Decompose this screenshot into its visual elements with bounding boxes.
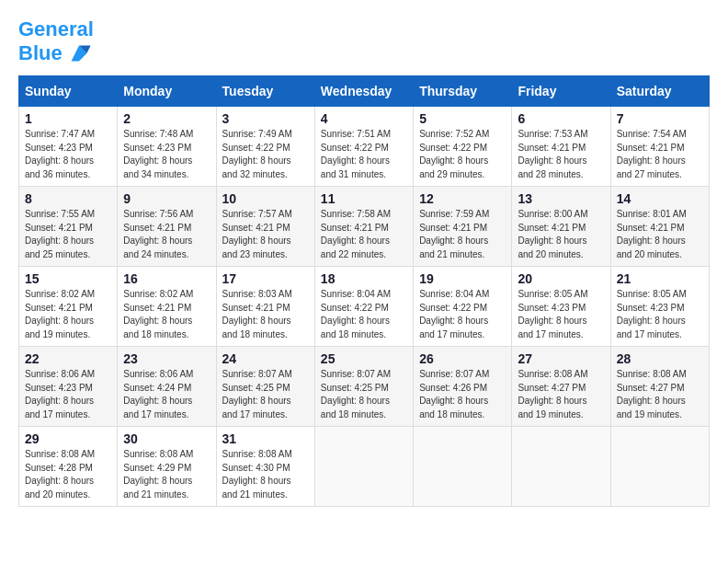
day-info: Sunrise: 7:58 AM Sunset: 4:21 PM Dayligh… [321, 208, 407, 261]
day-info: Sunrise: 8:00 AM Sunset: 4:21 PM Dayligh… [518, 208, 604, 261]
day-info: Sunrise: 8:08 AM Sunset: 4:27 PM Dayligh… [518, 368, 604, 421]
day-number: 10 [222, 191, 309, 206]
day-number: 21 [617, 271, 703, 286]
day-number: 15 [25, 271, 111, 286]
day-number: 24 [222, 351, 309, 366]
calendar-week-row: 8 Sunrise: 7:55 AM Sunset: 4:21 PM Dayli… [19, 187, 710, 267]
day-info: Sunrise: 8:08 AM Sunset: 4:28 PM Dayligh… [25, 448, 111, 501]
calendar-day-cell: 28 Sunrise: 8:08 AM Sunset: 4:27 PM Dayl… [610, 347, 709, 427]
day-number: 2 [123, 111, 210, 126]
weekday-header-sunday: Sunday [19, 76, 118, 107]
logo-general: General [18, 17, 94, 40]
calendar-day-cell: 16 Sunrise: 8:02 AM Sunset: 4:21 PM Dayl… [118, 267, 216, 347]
day-info: Sunrise: 7:52 AM Sunset: 4:22 PM Dayligh… [419, 128, 506, 181]
calendar-day-cell: 22 Sunrise: 8:06 AM Sunset: 4:23 PM Dayl… [19, 347, 118, 427]
calendar-day-cell: 9 Sunrise: 7:56 AM Sunset: 4:21 PM Dayli… [118, 187, 216, 267]
weekday-header-friday: Friday [512, 76, 610, 107]
day-number: 31 [222, 431, 309, 446]
day-number: 19 [419, 271, 506, 286]
calendar-day-cell: 31 Sunrise: 8:08 AM Sunset: 4:30 PM Dayl… [216, 427, 314, 507]
day-info: Sunrise: 8:06 AM Sunset: 4:24 PM Dayligh… [123, 368, 210, 421]
day-info: Sunrise: 8:08 AM Sunset: 4:27 PM Dayligh… [617, 368, 703, 421]
day-info: Sunrise: 8:02 AM Sunset: 4:21 PM Dayligh… [25, 288, 111, 341]
calendar-day-cell [610, 427, 709, 507]
calendar-day-cell: 10 Sunrise: 7:57 AM Sunset: 4:21 PM Dayl… [216, 187, 314, 267]
weekday-header-saturday: Saturday [610, 76, 709, 107]
logo: General Blue [18, 18, 94, 66]
day-info: Sunrise: 7:57 AM Sunset: 4:21 PM Dayligh… [222, 208, 309, 261]
weekday-header-tuesday: Tuesday [216, 76, 314, 107]
day-number: 1 [25, 111, 111, 126]
logo-blue: Blue [18, 42, 63, 64]
day-number: 29 [25, 431, 111, 446]
day-info: Sunrise: 7:47 AM Sunset: 4:23 PM Dayligh… [25, 128, 111, 181]
calendar-day-cell [414, 427, 512, 507]
calendar-week-row: 1 Sunrise: 7:47 AM Sunset: 4:23 PM Dayli… [19, 107, 710, 187]
day-info: Sunrise: 8:04 AM Sunset: 4:22 PM Dayligh… [321, 288, 407, 341]
weekday-header-monday: Monday [118, 76, 216, 107]
calendar-day-cell: 17 Sunrise: 8:03 AM Sunset: 4:21 PM Dayl… [216, 267, 314, 347]
day-number: 28 [617, 351, 703, 366]
logo-icon [66, 40, 92, 66]
calendar-day-cell: 14 Sunrise: 8:01 AM Sunset: 4:21 PM Dayl… [610, 187, 709, 267]
calendar-day-cell: 30 Sunrise: 8:08 AM Sunset: 4:29 PM Dayl… [118, 427, 216, 507]
calendar-header-row: SundayMondayTuesdayWednesdayThursdayFrid… [19, 76, 710, 107]
day-number: 6 [518, 111, 604, 126]
day-info: Sunrise: 7:51 AM Sunset: 4:22 PM Dayligh… [321, 128, 407, 181]
calendar-day-cell: 1 Sunrise: 7:47 AM Sunset: 4:23 PM Dayli… [19, 107, 118, 187]
calendar-day-cell: 24 Sunrise: 8:07 AM Sunset: 4:25 PM Dayl… [216, 347, 314, 427]
calendar-day-cell: 4 Sunrise: 7:51 AM Sunset: 4:22 PM Dayli… [314, 107, 413, 187]
calendar-day-cell: 7 Sunrise: 7:54 AM Sunset: 4:21 PM Dayli… [610, 107, 709, 187]
calendar-day-cell: 5 Sunrise: 7:52 AM Sunset: 4:22 PM Dayli… [414, 107, 512, 187]
day-number: 13 [518, 191, 604, 206]
day-number: 5 [419, 111, 506, 126]
day-info: Sunrise: 7:49 AM Sunset: 4:22 PM Dayligh… [222, 128, 309, 181]
day-info: Sunrise: 8:06 AM Sunset: 4:23 PM Dayligh… [25, 368, 111, 421]
calendar-day-cell: 21 Sunrise: 8:05 AM Sunset: 4:23 PM Dayl… [610, 267, 709, 347]
day-number: 18 [321, 271, 407, 286]
day-info: Sunrise: 8:02 AM Sunset: 4:21 PM Dayligh… [123, 288, 210, 341]
day-info: Sunrise: 7:54 AM Sunset: 4:21 PM Dayligh… [617, 128, 703, 181]
calendar-day-cell: 12 Sunrise: 7:59 AM Sunset: 4:21 PM Dayl… [414, 187, 512, 267]
day-info: Sunrise: 8:01 AM Sunset: 4:21 PM Dayligh… [617, 208, 703, 261]
day-number: 26 [419, 351, 506, 366]
calendar-week-row: 22 Sunrise: 8:06 AM Sunset: 4:23 PM Dayl… [19, 347, 710, 427]
day-number: 27 [518, 351, 604, 366]
day-info: Sunrise: 8:07 AM Sunset: 4:26 PM Dayligh… [419, 368, 506, 421]
day-number: 3 [222, 111, 309, 126]
calendar-day-cell: 15 Sunrise: 8:02 AM Sunset: 4:21 PM Dayl… [19, 267, 118, 347]
calendar-day-cell: 18 Sunrise: 8:04 AM Sunset: 4:22 PM Dayl… [314, 267, 413, 347]
day-number: 9 [123, 191, 210, 206]
weekday-header-wednesday: Wednesday [314, 76, 413, 107]
calendar-day-cell: 19 Sunrise: 8:04 AM Sunset: 4:22 PM Dayl… [414, 267, 512, 347]
calendar-day-cell: 11 Sunrise: 7:58 AM Sunset: 4:21 PM Dayl… [314, 187, 413, 267]
day-info: Sunrise: 7:56 AM Sunset: 4:21 PM Dayligh… [123, 208, 210, 261]
calendar-week-row: 29 Sunrise: 8:08 AM Sunset: 4:28 PM Dayl… [19, 427, 710, 507]
day-number: 4 [321, 111, 407, 126]
day-info: Sunrise: 8:08 AM Sunset: 4:29 PM Dayligh… [123, 448, 210, 501]
calendar-day-cell [314, 427, 413, 507]
day-number: 17 [222, 271, 309, 286]
page-header: General Blue [18, 18, 710, 66]
calendar-day-cell: 25 Sunrise: 8:07 AM Sunset: 4:25 PM Dayl… [314, 347, 413, 427]
calendar-day-cell: 29 Sunrise: 8:08 AM Sunset: 4:28 PM Dayl… [19, 427, 118, 507]
day-info: Sunrise: 8:07 AM Sunset: 4:25 PM Dayligh… [222, 368, 309, 421]
calendar-day-cell: 3 Sunrise: 7:49 AM Sunset: 4:22 PM Dayli… [216, 107, 314, 187]
day-info: Sunrise: 8:07 AM Sunset: 4:25 PM Dayligh… [321, 368, 407, 421]
day-info: Sunrise: 8:05 AM Sunset: 4:23 PM Dayligh… [518, 288, 604, 341]
calendar-day-cell: 13 Sunrise: 8:00 AM Sunset: 4:21 PM Dayl… [512, 187, 610, 267]
calendar-day-cell: 6 Sunrise: 7:53 AM Sunset: 4:21 PM Dayli… [512, 107, 610, 187]
day-number: 23 [123, 351, 210, 366]
day-info: Sunrise: 7:59 AM Sunset: 4:21 PM Dayligh… [419, 208, 506, 261]
day-info: Sunrise: 7:55 AM Sunset: 4:21 PM Dayligh… [25, 208, 111, 261]
day-info: Sunrise: 8:08 AM Sunset: 4:30 PM Dayligh… [222, 448, 309, 501]
day-number: 7 [617, 111, 703, 126]
calendar-day-cell: 20 Sunrise: 8:05 AM Sunset: 4:23 PM Dayl… [512, 267, 610, 347]
calendar-day-cell: 23 Sunrise: 8:06 AM Sunset: 4:24 PM Dayl… [118, 347, 216, 427]
calendar-table: SundayMondayTuesdayWednesdayThursdayFrid… [18, 75, 710, 507]
calendar-week-row: 15 Sunrise: 8:02 AM Sunset: 4:21 PM Dayl… [19, 267, 710, 347]
day-number: 14 [617, 191, 703, 206]
day-info: Sunrise: 8:03 AM Sunset: 4:21 PM Dayligh… [222, 288, 309, 341]
calendar-day-cell: 8 Sunrise: 7:55 AM Sunset: 4:21 PM Dayli… [19, 187, 118, 267]
day-info: Sunrise: 7:53 AM Sunset: 4:21 PM Dayligh… [518, 128, 604, 181]
